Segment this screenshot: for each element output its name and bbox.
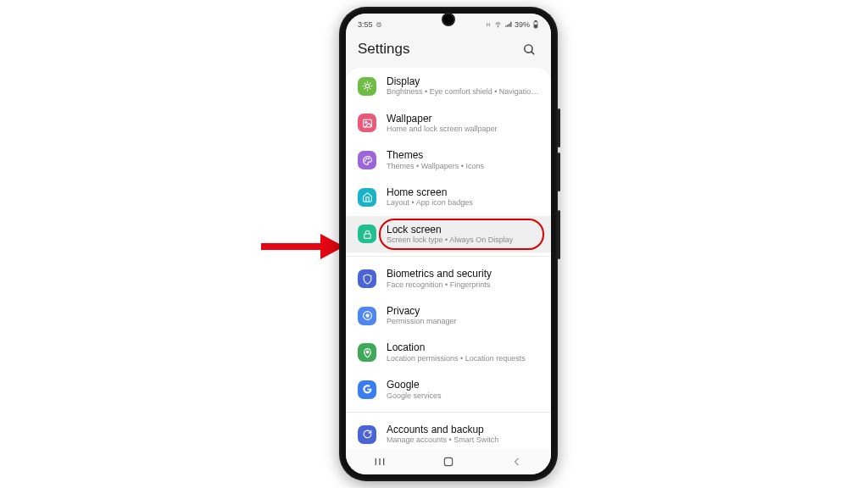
front-camera	[442, 13, 455, 26]
google-icon	[358, 380, 376, 399]
svg-rect-5	[535, 21, 537, 22]
privacy-icon	[358, 307, 376, 325]
search-button[interactable]	[519, 39, 539, 59]
sun-icon	[358, 77, 376, 96]
settings-item-subtitle: Screen lock type • Always On Display	[387, 236, 513, 245]
settings-item-title: Biometrics and security	[387, 268, 492, 280]
svg-line-8	[531, 51, 533, 53]
alarm-icon	[376, 21, 382, 28]
settings-item-subtitle: Themes • Wallpapers • Icons	[387, 162, 484, 171]
svg-rect-22	[444, 458, 452, 465]
svg-rect-6	[535, 25, 537, 28]
pin-icon	[358, 343, 376, 362]
settings-item-wallpaper[interactable]: WallpaperHome and lock screen wallpaper	[346, 105, 551, 142]
settings-item-subtitle: Home and lock screen wallpaper	[387, 125, 498, 134]
svg-point-3	[498, 26, 498, 27]
battery-icon	[532, 20, 539, 29]
palette-icon	[358, 151, 376, 169]
home-button[interactable]	[431, 456, 465, 468]
svg-point-17	[365, 314, 368, 317]
nfc-icon	[485, 21, 492, 28]
shield-icon	[358, 269, 376, 288]
image-icon	[358, 114, 376, 132]
settings-item-location[interactable]: LocationLocation permissions • Location …	[346, 334, 551, 371]
settings-item-title: Location	[387, 341, 526, 353]
home-nav-icon	[442, 456, 454, 468]
status-time: 3:55	[358, 20, 373, 29]
lock-icon	[358, 225, 376, 243]
search-icon	[522, 42, 537, 57]
svg-point-13	[365, 158, 366, 158]
settings-item-subtitle: Location permissions • Location requests	[387, 354, 526, 363]
recents-icon	[373, 457, 387, 467]
signal-icon	[504, 21, 512, 28]
power-button	[558, 210, 560, 259]
svg-rect-15	[364, 234, 370, 238]
settings-item-biometrics[interactable]: Biometrics and securityFace recognition …	[346, 256, 551, 297]
settings-item-accounts[interactable]: Accounts and backupManage accounts • Sma…	[346, 412, 551, 449]
settings-list[interactable]: DisplayBrightness • Eye comfort shield •…	[346, 68, 551, 449]
settings-item-subtitle: Permission manager	[387, 317, 457, 326]
settings-item-text: Accounts and backupManage accounts • Sma…	[387, 424, 498, 446]
wifi-icon	[494, 21, 502, 28]
svg-rect-0	[261, 243, 320, 250]
settings-item-subtitle: Manage accounts • Smart Switch	[387, 435, 498, 445]
settings-item-title: Themes	[387, 149, 484, 161]
back-icon	[512, 456, 522, 468]
settings-item-text: WallpaperHome and lock screen wallpaper	[387, 113, 498, 135]
status-battery-text: 39%	[515, 20, 530, 29]
settings-item-title: Google	[387, 379, 442, 391]
settings-item-lock[interactable]: Lock screenScreen lock type • Always On …	[346, 216, 551, 253]
page-title: Settings	[358, 41, 409, 58]
settings-item-text: DisplayBrightness • Eye comfort shield •…	[387, 75, 539, 97]
navigation-bar	[346, 449, 551, 474]
settings-item-text: LocationLocation permissions • Location …	[387, 341, 526, 363]
sync-icon	[358, 425, 376, 444]
settings-item-google[interactable]: GoogleGoogle services	[346, 371, 551, 408]
settings-item-title: Accounts and backup	[387, 424, 498, 435]
svg-point-11	[364, 121, 366, 123]
settings-item-text: Biometrics and securityFace recognition …	[387, 268, 492, 290]
settings-item-text: PrivacyPermission manager	[387, 305, 457, 327]
svg-point-14	[368, 158, 369, 158]
svg-point-9	[365, 85, 369, 88]
svg-point-7	[524, 44, 531, 52]
phone-frame: 3:55 39%	[339, 7, 558, 481]
settings-item-title: Wallpaper	[387, 113, 498, 125]
settings-item-themes[interactable]: ThemesThemes • Wallpapers • Icons	[346, 141, 551, 179]
settings-item-home[interactable]: Home screenLayout • App icon badges	[346, 179, 551, 216]
screen: 3:55 39%	[346, 14, 551, 474]
back-button[interactable]	[500, 456, 534, 468]
settings-item-title: Home screen	[387, 186, 473, 198]
svg-point-18	[366, 351, 369, 353]
callout-arrow-icon	[261, 234, 344, 259]
settings-item-title: Privacy	[387, 305, 457, 317]
settings-item-title: Display	[387, 75, 539, 87]
settings-item-privacy[interactable]: PrivacyPermission manager	[346, 297, 551, 335]
svg-rect-10	[363, 119, 371, 127]
settings-item-subtitle: Brightness • Eye comfort shield • Naviga…	[387, 87, 539, 97]
recents-button[interactable]	[363, 457, 397, 467]
settings-item-subtitle: Layout • App icon badges	[387, 198, 473, 208]
settings-item-subtitle: Face recognition • Fingerprints	[387, 280, 492, 290]
settings-item-text: GoogleGoogle services	[387, 379, 442, 401]
svg-point-12	[364, 160, 365, 161]
settings-item-title: Lock screen	[387, 224, 513, 236]
settings-item-text: Lock screenScreen lock type • Always On …	[387, 224, 513, 246]
settings-header: Settings	[346, 34, 551, 68]
home-icon	[358, 188, 376, 207]
volume-up-button	[558, 108, 560, 147]
settings-item-subtitle: Google services	[387, 391, 442, 401]
settings-item-display[interactable]: DisplayBrightness • Eye comfort shield •…	[346, 68, 551, 105]
settings-item-text: Home screenLayout • App icon badges	[387, 186, 473, 208]
volume-down-button	[558, 152, 560, 191]
settings-item-text: ThemesThemes • Wallpapers • Icons	[387, 149, 484, 171]
